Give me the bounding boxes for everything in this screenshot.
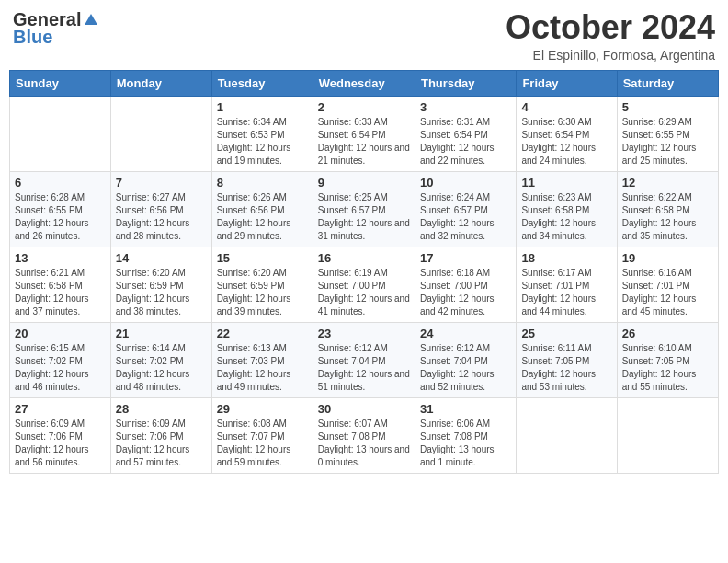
day-number: 31 (420, 402, 511, 416)
day-number: 4 (521, 100, 611, 114)
day-info: Sunrise: 6:09 AMSunset: 7:06 PMDaylight:… (116, 419, 190, 467)
day-number: 20 (15, 327, 106, 340)
day-number: 3 (420, 100, 511, 114)
day-number: 28 (116, 402, 207, 416)
calendar-week-2: 6Sunrise: 6:28 AMSunset: 6:55 PMDaylight… (10, 171, 719, 247)
day-number: 25 (521, 327, 611, 340)
day-info: Sunrise: 6:23 AMSunset: 6:58 PMDaylight:… (521, 192, 596, 241)
day-number: 11 (521, 176, 611, 190)
table-row: 5Sunrise: 6:29 AMSunset: 6:55 PMDaylight… (617, 96, 718, 171)
day-info: Sunrise: 6:12 AMSunset: 7:04 PMDaylight:… (318, 343, 410, 392)
logo-blue-text: Blue (13, 27, 52, 48)
day-info: Sunrise: 6:19 AMSunset: 7:00 PMDaylight:… (318, 268, 410, 316)
table-row: 10Sunrise: 6:24 AMSunset: 6:57 PMDayligh… (415, 171, 516, 247)
day-info: Sunrise: 6:26 AMSunset: 6:56 PMDaylight:… (217, 192, 291, 241)
table-row: 9Sunrise: 6:25 AMSunset: 6:57 PMDaylight… (313, 171, 415, 247)
day-info: Sunrise: 6:22 AMSunset: 6:58 PMDaylight:… (622, 192, 697, 241)
day-number: 30 (318, 402, 410, 416)
table-row: 26Sunrise: 6:10 AMSunset: 7:05 PMDayligh… (617, 322, 718, 397)
header-monday: Monday (110, 70, 211, 96)
day-info: Sunrise: 6:25 AMSunset: 6:57 PMDaylight:… (318, 192, 410, 241)
day-info: Sunrise: 6:17 AMSunset: 7:01 PMDaylight:… (521, 268, 596, 316)
day-number: 9 (318, 176, 410, 190)
day-number: 16 (318, 251, 410, 265)
day-number: 23 (318, 327, 410, 340)
day-info: Sunrise: 6:15 AMSunset: 7:02 PMDaylight:… (15, 343, 89, 392)
table-row: 4Sunrise: 6:30 AMSunset: 6:54 PMDaylight… (517, 96, 617, 171)
day-info: Sunrise: 6:13 AMSunset: 7:03 PMDaylight:… (217, 343, 291, 392)
table-row: 31Sunrise: 6:06 AMSunset: 7:08 PMDayligh… (415, 397, 516, 473)
table-row (617, 397, 718, 473)
title-section: October 2024 El Espinillo, Formosa, Arge… (506, 9, 715, 63)
logo-icon (83, 12, 99, 29)
table-row (110, 96, 211, 171)
day-info: Sunrise: 6:06 AMSunset: 7:08 PMDaylight:… (420, 419, 495, 467)
day-number: 8 (217, 176, 308, 190)
calendar-week-4: 20Sunrise: 6:15 AMSunset: 7:02 PMDayligh… (10, 322, 719, 397)
header-sunday: Sunday (10, 70, 111, 96)
day-info: Sunrise: 6:18 AMSunset: 7:00 PMDaylight:… (420, 268, 495, 316)
table-row: 8Sunrise: 6:26 AMSunset: 6:56 PMDaylight… (211, 171, 313, 247)
day-number: 19 (622, 251, 713, 265)
day-info: Sunrise: 6:27 AMSunset: 6:56 PMDaylight:… (116, 192, 190, 241)
table-row: 6Sunrise: 6:28 AMSunset: 6:55 PMDaylight… (10, 171, 111, 247)
table-row: 1Sunrise: 6:34 AMSunset: 6:53 PMDaylight… (211, 96, 313, 171)
header-friday: Friday (517, 70, 617, 96)
table-row: 17Sunrise: 6:18 AMSunset: 7:00 PMDayligh… (415, 247, 516, 322)
table-row: 3Sunrise: 6:31 AMSunset: 6:54 PMDaylight… (415, 96, 516, 171)
day-info: Sunrise: 6:31 AMSunset: 6:54 PMDaylight:… (420, 117, 495, 166)
day-number: 6 (15, 176, 106, 190)
day-info: Sunrise: 6:09 AMSunset: 7:06 PMDaylight:… (15, 419, 89, 467)
day-info: Sunrise: 6:10 AMSunset: 7:05 PMDaylight:… (622, 343, 697, 392)
day-info: Sunrise: 6:30 AMSunset: 6:54 PMDaylight:… (521, 117, 596, 166)
day-info: Sunrise: 6:24 AMSunset: 6:57 PMDaylight:… (420, 192, 495, 241)
day-number: 10 (420, 176, 511, 190)
table-row: 13Sunrise: 6:21 AMSunset: 6:58 PMDayligh… (10, 247, 111, 322)
header-saturday: Saturday (617, 70, 718, 96)
calendar-week-3: 13Sunrise: 6:21 AMSunset: 6:58 PMDayligh… (10, 247, 719, 322)
table-row: 30Sunrise: 6:07 AMSunset: 7:08 PMDayligh… (313, 397, 415, 473)
table-row: 29Sunrise: 6:08 AMSunset: 7:07 PMDayligh… (211, 397, 313, 473)
logo: General Blue (13, 9, 99, 48)
subtitle: El Espinillo, Formosa, Argentina (506, 48, 715, 63)
table-row: 21Sunrise: 6:14 AMSunset: 7:02 PMDayligh… (110, 322, 211, 397)
day-info: Sunrise: 6:34 AMSunset: 6:53 PMDaylight:… (217, 117, 291, 166)
day-number: 1 (217, 100, 308, 114)
table-row: 15Sunrise: 6:20 AMSunset: 6:59 PMDayligh… (211, 247, 313, 322)
table-row: 22Sunrise: 6:13 AMSunset: 7:03 PMDayligh… (211, 322, 313, 397)
day-info: Sunrise: 6:20 AMSunset: 6:59 PMDaylight:… (217, 268, 291, 316)
day-number: 24 (420, 327, 511, 340)
day-number: 12 (622, 176, 713, 190)
month-title: October 2024 (506, 9, 715, 46)
table-row: 27Sunrise: 6:09 AMSunset: 7:06 PMDayligh… (10, 397, 111, 473)
table-row: 12Sunrise: 6:22 AMSunset: 6:58 PMDayligh… (617, 171, 718, 247)
page-header: General Blue October 2024 El Espinillo, … (9, 9, 719, 63)
day-number: 29 (217, 402, 308, 416)
day-info: Sunrise: 6:07 AMSunset: 7:08 PMDaylight:… (318, 419, 410, 467)
calendar-week-1: 1Sunrise: 6:34 AMSunset: 6:53 PMDaylight… (10, 96, 719, 171)
day-number: 26 (622, 327, 713, 340)
day-info: Sunrise: 6:21 AMSunset: 6:58 PMDaylight:… (15, 268, 89, 316)
header-thursday: Thursday (415, 70, 516, 96)
table-row: 24Sunrise: 6:12 AMSunset: 7:04 PMDayligh… (415, 322, 516, 397)
table-row: 20Sunrise: 6:15 AMSunset: 7:02 PMDayligh… (10, 322, 111, 397)
day-number: 2 (318, 100, 410, 114)
day-number: 22 (217, 327, 308, 340)
table-row: 28Sunrise: 6:09 AMSunset: 7:06 PMDayligh… (110, 397, 211, 473)
day-number: 17 (420, 251, 511, 265)
table-row: 14Sunrise: 6:20 AMSunset: 6:59 PMDayligh… (110, 247, 211, 322)
day-number: 13 (15, 251, 106, 265)
day-info: Sunrise: 6:08 AMSunset: 7:07 PMDaylight:… (217, 419, 291, 467)
day-number: 5 (622, 100, 713, 114)
header-tuesday: Tuesday (211, 70, 313, 96)
day-number: 7 (116, 176, 207, 190)
table-row: 16Sunrise: 6:19 AMSunset: 7:00 PMDayligh… (313, 247, 415, 322)
day-info: Sunrise: 6:20 AMSunset: 6:59 PMDaylight:… (116, 268, 190, 316)
table-row (517, 397, 617, 473)
table-row: 18Sunrise: 6:17 AMSunset: 7:01 PMDayligh… (517, 247, 617, 322)
day-info: Sunrise: 6:14 AMSunset: 7:02 PMDaylight:… (116, 343, 190, 392)
header-wednesday: Wednesday (313, 70, 415, 96)
table-row: 7Sunrise: 6:27 AMSunset: 6:56 PMDaylight… (110, 171, 211, 247)
table-row: 23Sunrise: 6:12 AMSunset: 7:04 PMDayligh… (313, 322, 415, 397)
calendar-week-5: 27Sunrise: 6:09 AMSunset: 7:06 PMDayligh… (10, 397, 719, 473)
